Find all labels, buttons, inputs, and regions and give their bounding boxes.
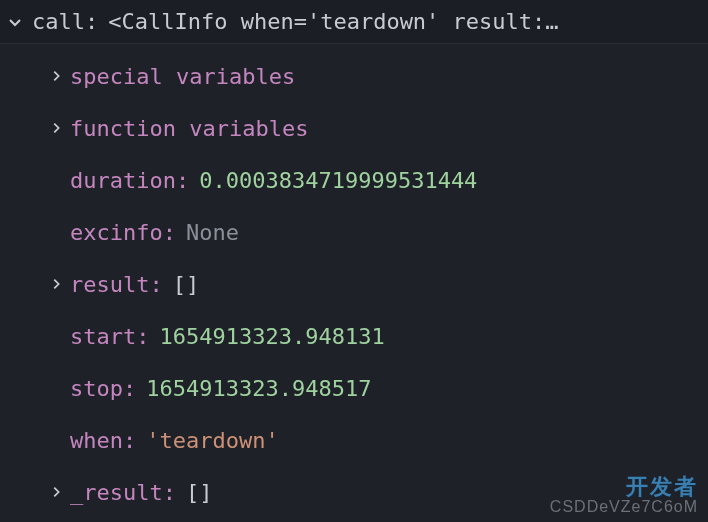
property-key: stop:: [70, 376, 136, 401]
property-key: excinfo:: [70, 220, 176, 245]
header-value: <CallInfo when='teardown' result:…: [108, 9, 558, 34]
property-value: 1654913323.948131: [159, 324, 384, 349]
property-key: duration:: [70, 168, 189, 193]
property-key: when:: [70, 428, 136, 453]
tree-row[interactable]: special variables: [0, 50, 708, 102]
tree-row: stop:1654913323.948517: [0, 362, 708, 414]
tree-row: start:1654913323.948131: [0, 310, 708, 362]
property-key: start:: [70, 324, 149, 349]
tree-row[interactable]: function variables: [0, 102, 708, 154]
property-value: 1654913323.948517: [146, 376, 371, 401]
property-value: 0.0003834719999531444: [199, 168, 477, 193]
property-value: 'teardown': [146, 428, 278, 453]
chevron-right-icon: [42, 69, 70, 83]
tree-row: when:'teardown': [0, 414, 708, 466]
tree-row: duration:0.0003834719999531444: [0, 154, 708, 206]
tree-row[interactable]: _result:[]: [0, 466, 708, 518]
property-key: function variables: [70, 116, 308, 141]
property-key: special variables: [70, 64, 295, 89]
property-value: []: [173, 272, 200, 297]
tree-row: excinfo:None: [0, 206, 708, 258]
property-key: _result:: [70, 480, 176, 505]
header-key: call:: [32, 9, 98, 34]
property-value: []: [186, 480, 213, 505]
property-value: None: [186, 220, 239, 245]
chevron-right-icon: [42, 277, 70, 291]
chevron-right-icon: [42, 485, 70, 499]
chevron-right-icon: [42, 121, 70, 135]
variable-tree: special variablesfunction variablesdurat…: [0, 44, 708, 518]
chevron-down-icon: [4, 11, 26, 33]
property-key: result:: [70, 272, 163, 297]
variable-header[interactable]: call: <CallInfo when='teardown' result:…: [0, 0, 708, 44]
tree-row[interactable]: result:[]: [0, 258, 708, 310]
